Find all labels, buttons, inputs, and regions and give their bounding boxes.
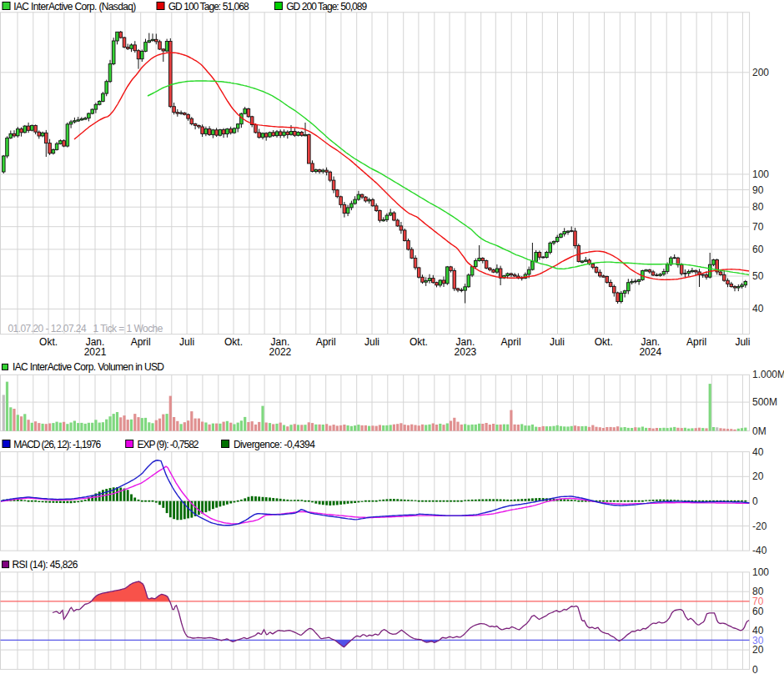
svg-text:IAC InterActive Corp. Volumen: IAC InterActive Corp. Volumen in USD <box>13 361 164 373</box>
svg-text:60: 60 <box>752 606 764 617</box>
svg-text:40: 40 <box>752 446 764 458</box>
svg-text:60: 60 <box>752 244 764 255</box>
svg-text:Okt.: Okt. <box>39 336 58 348</box>
svg-text:0M: 0M <box>752 425 766 437</box>
svg-text:GD 200 Tage: 50,089: GD 200 Tage: 50,089 <box>286 1 367 13</box>
svg-text:Juli: Juli <box>550 336 565 348</box>
svg-text:50: 50 <box>752 270 764 282</box>
svg-text:20: 20 <box>752 644 764 656</box>
svg-text:Juli: Juli <box>735 336 750 348</box>
svg-text:70: 70 <box>752 221 764 233</box>
svg-text:April: April <box>316 336 336 348</box>
svg-text:2021: 2021 <box>84 346 107 358</box>
svg-text:IAC InterActive Corp. (Nasdaq): IAC InterActive Corp. (Nasdaq) <box>13 1 136 13</box>
svg-text:Juli: Juli <box>179 336 194 348</box>
svg-text:20: 20 <box>752 470 764 482</box>
svg-text:-40: -40 <box>752 545 767 556</box>
svg-text:500M: 500M <box>752 396 777 408</box>
svg-text:100: 100 <box>752 566 769 578</box>
svg-text:Juli: Juli <box>364 336 379 348</box>
svg-text:1.000M: 1.000M <box>752 369 784 380</box>
svg-text:April: April <box>501 336 521 348</box>
svg-text:Okt.: Okt. <box>595 336 613 348</box>
svg-text:April: April <box>686 336 706 348</box>
svg-text:100: 100 <box>752 168 769 180</box>
svg-text:Okt.: Okt. <box>410 336 428 348</box>
svg-text:EXP (9): -0,7582: EXP (9): -0,7582 <box>138 439 199 450</box>
svg-text:Okt.: Okt. <box>224 336 243 348</box>
svg-text:90: 90 <box>752 184 764 196</box>
svg-text:2024: 2024 <box>639 346 661 358</box>
svg-text:GD 100 Tage: 51,068: GD 100 Tage: 51,068 <box>168 1 249 13</box>
svg-text:-20: -20 <box>752 521 767 532</box>
svg-text:80: 80 <box>752 201 764 213</box>
svg-text:200: 200 <box>752 67 769 78</box>
svg-text:2022: 2022 <box>269 346 292 358</box>
svg-text:April: April <box>131 336 151 348</box>
svg-text:40: 40 <box>752 303 764 314</box>
svg-text:0: 0 <box>752 495 758 507</box>
svg-text:01.07.20 - 12.07.24 1 Tick =: 01.07.20 - 12.07.24 1 Tick = 1 Woche <box>8 323 163 334</box>
svg-text:MACD (26, 12): -1,1976: MACD (26, 12): -1,1976 <box>13 439 101 450</box>
svg-text:Divergence: -0,4394: Divergence: -0,4394 <box>234 439 315 450</box>
svg-text:0: 0 <box>752 664 758 676</box>
svg-text:RSI (14): 45,826: RSI (14): 45,826 <box>13 559 78 571</box>
svg-text:2023: 2023 <box>455 346 477 358</box>
